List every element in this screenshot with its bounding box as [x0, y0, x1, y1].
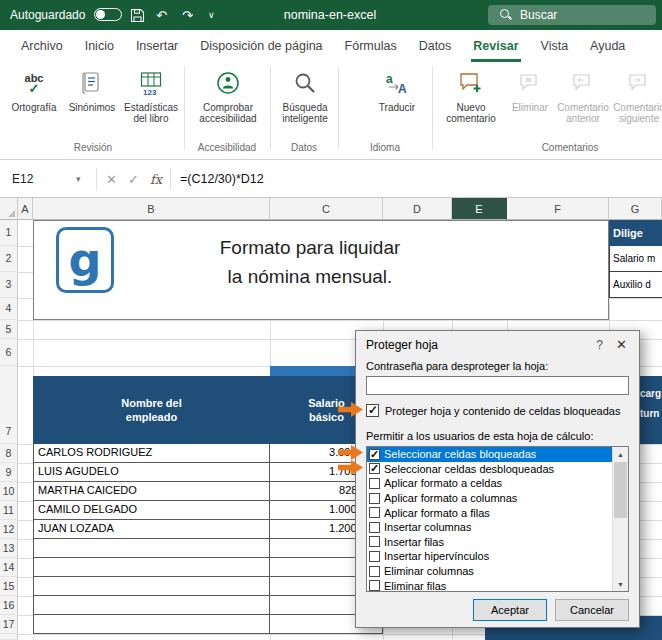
cell-name-row12[interactable]: JUAN LOZADA [33, 520, 270, 539]
protect-option-3[interactable]: Aplicar formato a columnas [367, 491, 612, 506]
row-header-4[interactable]: 4 [0, 298, 18, 320]
row-header-11[interactable]: 11 [0, 501, 18, 520]
tab-vista[interactable]: Vista [530, 30, 580, 62]
tab-ayuda[interactable]: Ayuda [579, 30, 636, 62]
listbox-scrollbar[interactable]: ▲ ▼ [612, 447, 628, 591]
password-input[interactable] [366, 376, 629, 395]
row-header-14[interactable]: 14 [0, 558, 18, 577]
delete-comment-button[interactable]: Eliminar [506, 66, 554, 140]
cell-g3[interactable]: Auxilio d [609, 272, 662, 298]
option-checkbox[interactable] [369, 449, 380, 460]
next-comment-button[interactable]: Comentario siguiente [612, 66, 662, 140]
row-header-9[interactable]: 9 [0, 463, 18, 482]
name-box[interactable]: E12 ▾ [0, 160, 96, 198]
aceptar-button[interactable]: Aceptar [473, 599, 547, 621]
tab-datos[interactable]: Datos [408, 30, 463, 62]
cell-name-row15[interactable] [33, 577, 270, 596]
option-checkbox[interactable] [369, 536, 380, 547]
row-header-5[interactable]: 5 [0, 320, 18, 339]
option-checkbox[interactable] [369, 507, 380, 518]
formula-input[interactable]: =(C12/30)*D12 [180, 160, 264, 198]
enter-entry-icon[interactable]: ✓ [128, 160, 139, 198]
tab-disposicion[interactable]: Disposición de página [189, 30, 333, 62]
row-header-15[interactable]: 15 [0, 577, 18, 596]
scroll-up-icon[interactable]: ▲ [613, 447, 628, 461]
row-header-1[interactable]: 1 [0, 220, 18, 246]
row-header-10[interactable]: 10 [0, 482, 18, 501]
insert-function-icon[interactable]: fx [150, 160, 162, 198]
spelling-button[interactable]: abc Ortografía [6, 66, 62, 140]
cell-g1-header[interactable]: Dilige [609, 220, 662, 246]
cell-name-row11[interactable]: CAMILO DELGADO [33, 501, 270, 520]
select-all-corner[interactable] [0, 198, 18, 220]
protect-option-8[interactable]: Eliminar columnas [367, 564, 612, 579]
close-icon[interactable]: ✕ [616, 337, 627, 352]
col-header-d[interactable]: D [383, 198, 452, 220]
save-icon[interactable] [130, 0, 145, 30]
option-checkbox[interactable] [369, 522, 380, 533]
col-header-f[interactable]: F [507, 198, 609, 220]
thesaurus-button[interactable]: Sinónimos [64, 66, 120, 140]
tab-revisar[interactable]: Revisar [462, 30, 529, 62]
col-header-c[interactable]: C [270, 198, 383, 220]
option-checkbox[interactable] [369, 493, 380, 504]
option-checkbox[interactable] [369, 478, 380, 489]
workbook-stats-button[interactable]: 123 Estadísticas del libro [121, 66, 181, 140]
protect-option-4[interactable]: Aplicar formato a filas [367, 505, 612, 520]
autosave-toggle[interactable] [94, 8, 122, 21]
row-header-8[interactable]: 8 [0, 444, 18, 463]
search-box[interactable]: Buscar [488, 5, 656, 25]
tab-insertar[interactable]: Insertar [125, 30, 189, 62]
protect-option-7[interactable]: Insertar hipervínculos [367, 549, 612, 564]
cell-name-row17[interactable] [33, 615, 270, 634]
row-header-17[interactable]: 17 [0, 615, 18, 634]
cell-name-row14[interactable] [33, 558, 270, 577]
help-icon[interactable]: ? [596, 338, 603, 352]
cancelar-button[interactable]: Cancelar [555, 599, 629, 621]
row-header-7[interactable]: 7 [0, 366, 18, 444]
option-checkbox[interactable] [369, 566, 380, 577]
row-header-3[interactable]: 3 [0, 272, 18, 298]
protect-option-0[interactable]: Seleccionar celdas bloqueadas [367, 447, 612, 462]
cell-name-row13[interactable] [33, 539, 270, 558]
protect-option-6[interactable]: Insertar filas [367, 535, 612, 550]
protect-option-2[interactable]: Aplicar formato a celdas [367, 476, 612, 491]
row-header-13[interactable]: 13 [0, 539, 18, 558]
cell-name-row8[interactable]: CARLOS RODRIGUEZ [33, 444, 270, 463]
cell-name-row10[interactable]: MARTHA CAICEDO [33, 482, 270, 501]
cell-name-row16[interactable] [33, 596, 270, 615]
col-header-a[interactable]: A [18, 198, 33, 220]
protect-option-1[interactable]: Seleccionar celdas desbloqueadas [367, 462, 612, 477]
option-checkbox[interactable] [369, 551, 380, 562]
protect-sheet-checkbox[interactable] [366, 404, 379, 417]
new-comment-button[interactable]: Nuevo comentario [440, 66, 502, 140]
option-checkbox[interactable] [369, 580, 380, 591]
col-header-e[interactable]: E [452, 198, 507, 220]
qat-chevron-icon[interactable]: ∨ [208, 0, 215, 30]
cell-g2[interactable]: Salario m [609, 246, 662, 272]
scroll-thumb[interactable] [614, 462, 627, 518]
header-nombre-empleado[interactable]: Nombre del empleado [33, 376, 270, 444]
protect-checkbox-row[interactable]: Proteger hoja y contenido de celdas bloq… [366, 404, 620, 417]
protect-option-5[interactable]: Insertar columnas [367, 520, 612, 535]
previous-comment-button[interactable]: Comentario anterior [556, 66, 610, 140]
col-header-b[interactable]: B [33, 198, 270, 220]
row-header-6[interactable]: 6 [0, 339, 18, 366]
col-header-g[interactable]: G [609, 198, 662, 220]
cell-name-row9[interactable]: LUIS AGUDELO [33, 463, 270, 482]
row-header-2[interactable]: 2 [0, 246, 18, 272]
row-header-16[interactable]: 16 [0, 596, 18, 615]
undo-icon[interactable]: ↶ [156, 0, 167, 30]
scroll-down-icon[interactable]: ▼ [613, 577, 628, 591]
check-accessibility-button[interactable]: Comprobar accesibilidad [190, 66, 266, 140]
tab-archivo[interactable]: Archivo [10, 30, 74, 62]
protect-option-9[interactable]: Eliminar filas [367, 578, 612, 591]
tab-formulas[interactable]: Fórmulas [334, 30, 408, 62]
cancel-entry-icon[interactable]: ✕ [106, 160, 117, 198]
tab-inicio[interactable]: Inicio [74, 30, 125, 62]
smart-lookup-button[interactable]: Búsqueda inteligente [276, 66, 334, 140]
option-checkbox[interactable] [369, 463, 380, 474]
namebox-dropdown-icon[interactable]: ▾ [76, 174, 81, 184]
row-header-partial[interactable] [0, 634, 18, 640]
row-header-12[interactable]: 12 [0, 520, 18, 539]
